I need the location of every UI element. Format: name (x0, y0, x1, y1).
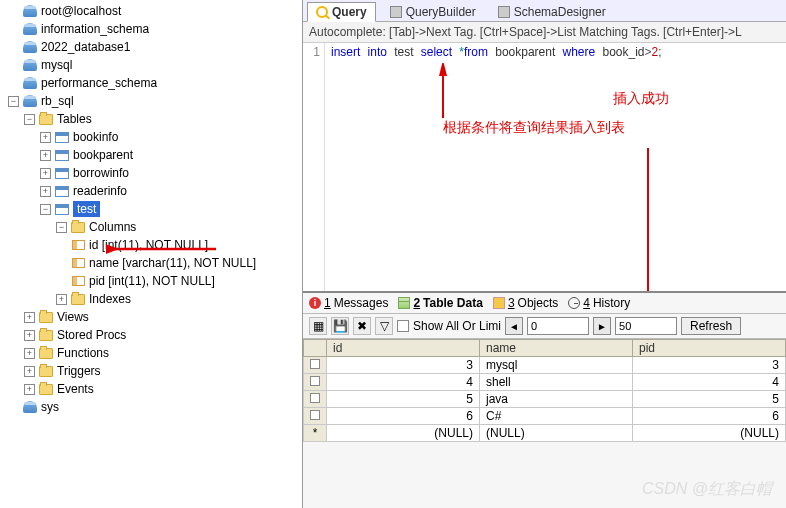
connection-node[interactable]: root@localhost (4, 2, 302, 20)
querybuilder-tab[interactable]: QueryBuilder (382, 3, 484, 21)
folder-icon (71, 294, 85, 305)
col-header[interactable]: id (327, 340, 480, 357)
expand-icon[interactable]: + (40, 150, 51, 161)
collapse-icon[interactable]: − (8, 96, 19, 107)
expand-icon[interactable]: + (24, 384, 35, 395)
table-icon (55, 186, 69, 197)
database-icon (23, 23, 37, 35)
table-node[interactable]: +bookparent (4, 146, 302, 164)
clock-icon (568, 297, 580, 309)
collapse-icon[interactable]: − (40, 204, 51, 215)
column-icon (72, 276, 85, 286)
tables-folder[interactable]: −Tables (4, 110, 302, 128)
table-icon (55, 204, 69, 215)
watermark: CSDN @红客白帽 (642, 479, 772, 500)
table-row[interactable]: 6C#6 (304, 408, 786, 425)
db-node[interactable]: mysql (4, 56, 302, 74)
table-node[interactable]: +readerinfo (4, 182, 302, 200)
row-checkbox[interactable] (310, 359, 320, 369)
autocomplete-hint: Autocomplete: [Tab]->Next Tag. [Ctrl+Spa… (303, 22, 786, 43)
row-checkbox[interactable] (310, 376, 320, 386)
page-size-input[interactable] (615, 317, 677, 335)
events-folder[interactable]: +Events (4, 380, 302, 398)
query-tab[interactable]: Query (307, 2, 376, 22)
database-icon (23, 401, 37, 413)
column-icon (72, 240, 85, 250)
table-node[interactable]: +borrowinfo (4, 164, 302, 182)
schemadesigner-tab[interactable]: SchemaDesigner (490, 3, 614, 21)
expand-icon[interactable]: + (40, 132, 51, 143)
folder-icon (71, 222, 85, 233)
database-icon (23, 77, 37, 89)
col-header[interactable]: pid (633, 340, 786, 357)
db-node[interactable]: performance_schema (4, 74, 302, 92)
collapse-icon[interactable]: − (56, 222, 67, 233)
show-all-checkbox[interactable] (397, 320, 409, 332)
indexes-folder[interactable]: +Indexes (4, 290, 302, 308)
server-icon (23, 5, 37, 17)
objects-tab[interactable]: 3 Objects (493, 296, 558, 310)
table-node-selected[interactable]: −test (4, 200, 302, 218)
database-tree: root@localhost information_schema 2022_d… (0, 0, 303, 508)
refresh-button[interactable]: Refresh (681, 317, 741, 335)
expand-icon[interactable]: + (24, 312, 35, 323)
expand-icon[interactable]: + (40, 168, 51, 179)
row-checkbox[interactable] (310, 410, 320, 420)
table-row[interactable]: 5java5 (304, 391, 786, 408)
views-folder[interactable]: +Views (4, 308, 302, 326)
grid-icon (398, 297, 410, 309)
folder-icon (39, 348, 53, 359)
table-row[interactable]: 3mysql3 (304, 357, 786, 374)
expand-icon[interactable]: + (24, 330, 35, 341)
result-grid[interactable]: idnamepid 3mysql3 4shell4 5java5 6C#6 *(… (303, 339, 786, 442)
table-row[interactable]: 4shell4 (304, 374, 786, 391)
corner-cell[interactable] (304, 340, 327, 357)
tabledata-tab[interactable]: 2 Table Data (398, 296, 482, 310)
expand-icon[interactable]: + (40, 186, 51, 197)
functions-folder[interactable]: +Functions (4, 344, 302, 362)
triggers-folder[interactable]: +Triggers (4, 362, 302, 380)
column-icon (72, 258, 85, 268)
expand-icon[interactable]: + (24, 366, 35, 377)
sql-editor[interactable]: 1 insert into test select *from bookpare… (303, 43, 786, 291)
db-node[interactable]: 2022_database1 (4, 38, 302, 56)
columns-folder[interactable]: −Columns (4, 218, 302, 236)
col-header[interactable]: name (480, 340, 633, 357)
folder-icon (39, 312, 53, 323)
expand-icon[interactable]: + (56, 294, 67, 305)
querybuilder-icon (390, 6, 402, 18)
db-node[interactable]: sys (4, 398, 302, 416)
new-row[interactable]: *(NULL)(NULL)(NULL) (304, 425, 786, 442)
column-node[interactable]: pid [int(11), NOT NULL] (4, 272, 302, 290)
objects-icon (493, 297, 505, 309)
prev-page-button[interactable]: ◄ (505, 317, 523, 335)
toolbar-btn-delete[interactable]: ✖ (353, 317, 371, 335)
row-checkbox[interactable] (310, 393, 320, 403)
database-icon (23, 41, 37, 53)
toolbar-btn-1[interactable]: ▦ (309, 317, 327, 335)
messages-tab[interactable]: i1 Messages (309, 296, 388, 310)
db-node[interactable]: information_schema (4, 20, 302, 38)
database-icon (23, 95, 37, 107)
column-node[interactable]: id [int(11), NOT NULL] (4, 236, 302, 254)
schemadesigner-icon (498, 6, 510, 18)
collapse-icon[interactable]: − (24, 114, 35, 125)
table-node[interactable]: +bookinfo (4, 128, 302, 146)
sql-code[interactable]: insert into test select *from bookparent… (325, 43, 786, 291)
column-node[interactable]: name [varchar(11), NOT NULL] (4, 254, 302, 272)
toolbar-btn-filter[interactable]: ▽ (375, 317, 393, 335)
db-node-open[interactable]: −rb_sql (4, 92, 302, 110)
history-tab[interactable]: 4 History (568, 296, 630, 310)
stored-procs-folder[interactable]: +Stored Procs (4, 326, 302, 344)
page-start-input[interactable] (527, 317, 589, 335)
magnifier-icon (316, 6, 328, 18)
show-all-label: Show All Or Limi (413, 319, 501, 333)
result-panel: i1 Messages 2 Table Data 3 Objects 4 His… (303, 291, 786, 508)
folder-icon (39, 366, 53, 377)
expand-icon[interactable]: + (24, 348, 35, 359)
toolbar-btn-save[interactable]: 💾 (331, 317, 349, 335)
result-toolbar: ▦ 💾 ✖ ▽ Show All Or Limi ◄ ► Refresh (303, 314, 786, 339)
next-page-button[interactable]: ► (593, 317, 611, 335)
annotation-success: 插入成功 (613, 90, 669, 108)
database-icon (23, 59, 37, 71)
